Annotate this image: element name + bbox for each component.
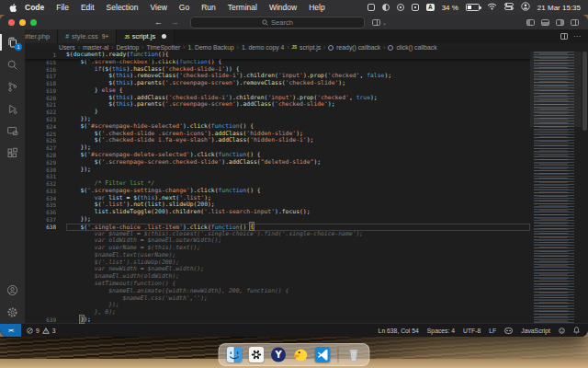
desktop-screen: { "menubar": { "items": ["Code","File","… bbox=[0, 0, 588, 368]
symbol-icon bbox=[388, 45, 393, 51]
dock-separator bbox=[338, 348, 339, 362]
minimize-window-button[interactable] bbox=[19, 19, 26, 26]
toggle-secondary-sidebar-icon[interactable] bbox=[556, 19, 564, 26]
code-line-622[interactable]: 622 } bbox=[25, 109, 530, 116]
tab-style.css[interactable]: #style.css9+ bbox=[58, 29, 117, 43]
menu-edit[interactable]: Edit bbox=[81, 3, 95, 12]
menu-window[interactable]: Window bbox=[269, 3, 297, 12]
toggle-sidebar-icon[interactable] bbox=[526, 19, 535, 26]
breadcrumb-item[interactable]: ready() callback bbox=[336, 44, 380, 51]
line-number bbox=[25, 309, 66, 316]
menu-file[interactable]: File bbox=[56, 3, 69, 12]
breadcrumb-item[interactable]: TimeSpotter bbox=[147, 44, 181, 51]
sticky-line[interactable]: 1$(document).ready(function(){ bbox=[25, 52, 530, 59]
line-number: 621 bbox=[25, 101, 66, 109]
code-line-626[interactable]: 626 $('.checked-slide i.fa-eye-slash').a… bbox=[25, 137, 530, 144]
menu-extra-icon[interactable] bbox=[368, 4, 375, 11]
close-window-button[interactable] bbox=[8, 19, 15, 26]
breadcrumb-item[interactable]: Desktop bbox=[116, 44, 139, 51]
line-number: 635 bbox=[25, 201, 66, 209]
yandex-browser-dock-icon[interactable]: Y bbox=[271, 347, 287, 362]
editor-scrollbar[interactable] bbox=[582, 52, 588, 323]
control-center-icon[interactable] bbox=[504, 3, 514, 12]
minimap[interactable] bbox=[530, 52, 582, 323]
modified-dot-icon[interactable] bbox=[162, 34, 166, 39]
line-number: 620 bbox=[25, 95, 66, 102]
vscode-dock-icon[interactable] bbox=[315, 347, 331, 362]
code-line-636[interactable]: 636 list.slideToggle(200).children('.lis… bbox=[25, 209, 530, 216]
menubar-clock[interactable]: 21 Mar 15:35 bbox=[537, 4, 581, 12]
trash-dock-icon[interactable] bbox=[346, 347, 362, 362]
toggle-panel-icon[interactable] bbox=[541, 19, 549, 26]
breadcrumb-item[interactable]: script.js bbox=[300, 44, 321, 51]
code-line-621[interactable]: 621 $(this).parents('.screenpage-screen'… bbox=[25, 101, 530, 109]
menu-extra-icon[interactable] bbox=[412, 4, 419, 11]
finder-dock-icon[interactable] bbox=[227, 347, 243, 362]
menu-selection[interactable]: Selection bbox=[107, 3, 139, 12]
extensions-icon[interactable] bbox=[0, 142, 25, 164]
menu-help[interactable]: Help bbox=[309, 3, 324, 12]
code-editor[interactable]: 1$(document).ready(function(){ 615 $('.s… bbox=[25, 52, 530, 323]
wifi-icon[interactable] bbox=[487, 3, 497, 12]
split-editor-icon[interactable] bbox=[560, 33, 568, 40]
menu-extra-icon[interactable] bbox=[397, 4, 404, 11]
encoding[interactable]: UTF-8 bbox=[463, 328, 481, 334]
feedback-smiley-icon[interactable] bbox=[559, 328, 565, 334]
menu-go[interactable]: Go bbox=[179, 3, 189, 12]
line-number: 636 bbox=[25, 209, 66, 216]
notifications-bell-icon[interactable] bbox=[573, 327, 580, 334]
accounts-icon[interactable] bbox=[0, 279, 25, 301]
battery-icon[interactable] bbox=[466, 4, 480, 11]
line-number: 628 bbox=[25, 152, 66, 159]
duck-dock-icon[interactable] bbox=[293, 347, 309, 362]
zoom-window-button[interactable] bbox=[30, 19, 37, 26]
menu-code[interactable]: Code bbox=[25, 3, 44, 12]
breadcrumb-item[interactable]: master-al bbox=[83, 44, 108, 51]
line-number: 637 bbox=[25, 216, 66, 224]
apple-menu-icon[interactable] bbox=[9, 3, 17, 13]
copilot-icon[interactable] bbox=[504, 328, 513, 334]
breadcrumb-item[interactable]: Users bbox=[59, 44, 75, 51]
line-number: 622 bbox=[25, 109, 66, 116]
vscode-window: ← → Search ⌄ spotter.php#style.css9+JSsc… bbox=[0, 15, 588, 337]
code-line-639[interactable]: 639 }); bbox=[25, 316, 530, 324]
layout-controls bbox=[526, 19, 588, 26]
source-control-icon[interactable] bbox=[0, 75, 25, 98]
more-actions-icon[interactable]: ⋯ bbox=[573, 32, 581, 40]
problems-indicator[interactable]: 9 3 bbox=[27, 328, 56, 334]
language-mode[interactable]: JavaScript bbox=[521, 328, 550, 334]
menu-extra-icon[interactable] bbox=[382, 4, 390, 11]
breadcrumb-item[interactable]: click() callback bbox=[396, 44, 436, 51]
vscode-titlebar[interactable]: ← → Search ⌄ bbox=[0, 15, 588, 29]
remote-indicator[interactable]: >< bbox=[0, 324, 21, 337]
menu-terminal[interactable]: Terminal bbox=[228, 3, 257, 12]
indentation[interactable]: Spaces: 4 bbox=[427, 328, 455, 334]
settings-gear-icon[interactable] bbox=[0, 301, 25, 323]
eol-sequence[interactable]: LF bbox=[489, 328, 496, 334]
explorer-icon[interactable]: 1 bbox=[0, 31, 25, 53]
cloud-sync-icon[interactable]: ⌄ bbox=[372, 19, 387, 26]
input-source-badge[interactable]: A bbox=[426, 4, 435, 11]
tab-script.js[interactable]: JSscript.js bbox=[117, 29, 175, 43]
sticky-scroll-line[interactable]: 1$(document).ready(function(){ bbox=[25, 52, 530, 59]
back-button[interactable]: ← bbox=[154, 18, 163, 27]
menu-run[interactable]: Run bbox=[201, 3, 216, 12]
code-line-630[interactable]: 630 }); bbox=[25, 167, 530, 174]
customize-layout-icon[interactable] bbox=[571, 19, 579, 26]
warning-icon bbox=[42, 328, 50, 334]
breadcrumb-item[interactable]: 1. Demo Backup bbox=[187, 44, 233, 51]
cursor-position[interactable]: Ln 638, Col 54 bbox=[379, 328, 419, 334]
ghost-suggestion-line[interactable]: }, 0); bbox=[25, 309, 530, 316]
code-line-629[interactable]: 629 $('.screenpage-screen.checked-slide'… bbox=[25, 159, 530, 167]
workbench-main: 1 1$(document).ready(function(){ 615 $('… bbox=[0, 52, 588, 323]
code-lines[interactable]: 615 $('.screen-checkbox').click(function… bbox=[25, 59, 530, 324]
command-center-search[interactable]: Search bbox=[190, 17, 365, 29]
user-icon[interactable] bbox=[521, 2, 530, 13]
breadcrumb-item[interactable]: 1. demo copy 4 bbox=[242, 44, 284, 51]
chatgpt-dock-icon[interactable] bbox=[249, 347, 265, 362]
remote-explorer-icon[interactable] bbox=[0, 120, 25, 142]
run-debug-icon[interactable] bbox=[0, 98, 25, 120]
menu-view[interactable]: View bbox=[151, 3, 167, 12]
search-icon[interactable] bbox=[0, 53, 25, 75]
forward-button[interactable]: → bbox=[171, 18, 179, 27]
